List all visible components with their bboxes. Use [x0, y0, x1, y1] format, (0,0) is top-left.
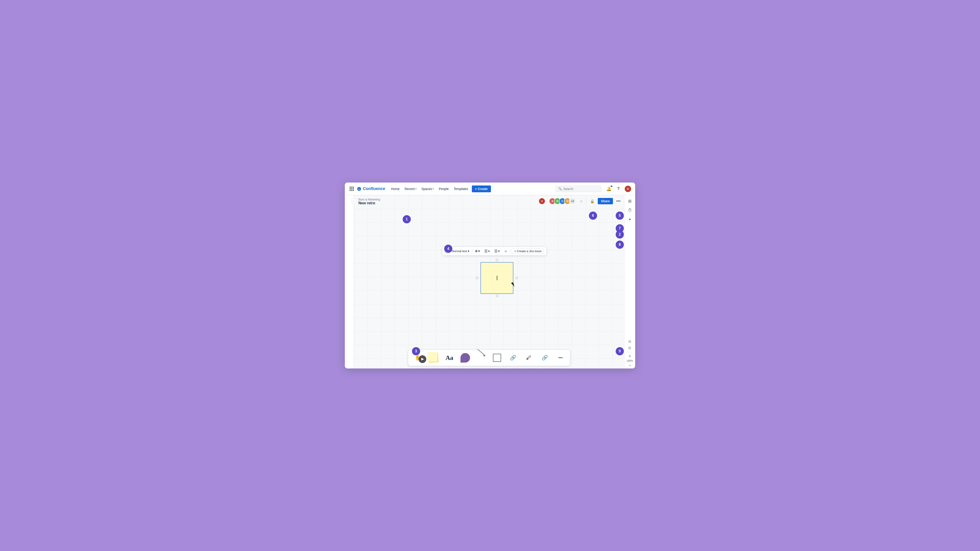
frame-icon	[493, 354, 501, 362]
resize-handle-left[interactable]	[476, 277, 478, 279]
bold-button[interactable]: B ▾	[474, 249, 481, 254]
navbar: Confluence Home Recent ▾ Spaces ▾ People…	[345, 183, 635, 195]
fit-frame-button[interactable]: ⊡	[627, 338, 633, 345]
divider	[627, 352, 632, 352]
link-tool[interactable]: 🔗	[537, 350, 553, 365]
sticky-note[interactable]	[480, 262, 513, 294]
align-button[interactable]: ☰ ▾	[493, 248, 501, 254]
search-icon: 🔍	[558, 187, 562, 191]
link-icon: 🔗	[542, 355, 548, 361]
main-content: › U A B C D +3 ☆ 🔒 Share •	[345, 195, 635, 368]
search-input[interactable]	[563, 187, 599, 191]
nav-right: 🔔 ? U	[605, 185, 632, 192]
table-panel-button[interactable]: ⊞	[626, 197, 634, 205]
lock-button[interactable]: 🔒	[589, 197, 596, 205]
shape-tool[interactable]	[457, 350, 473, 365]
zoom-in-button[interactable]: +	[627, 353, 633, 359]
smartlink-tool[interactable]: 🔗	[505, 350, 521, 365]
user-avatar[interactable]: U	[624, 185, 632, 192]
canvas-area[interactable]: U A B C D +3 ☆ 🔒 Share ••• Banc.ly Marke…	[354, 195, 624, 368]
resize-handle-top[interactable]	[496, 259, 498, 261]
zoom-out-button[interactable]: −	[627, 362, 633, 368]
color-swatch[interactable]	[445, 249, 449, 254]
sticky-note-icon	[428, 352, 439, 364]
more-tools-button[interactable]: •••	[553, 350, 568, 365]
divider	[587, 198, 587, 204]
separator-2	[510, 249, 511, 254]
logo-text: Confluence	[363, 186, 385, 191]
text-cursor	[497, 276, 497, 280]
breadcrumb-parent: Banc.ly Marketing	[358, 198, 380, 201]
resize-handle-right[interactable]	[515, 277, 518, 279]
list-button[interactable]: ☰ ▾	[483, 248, 492, 254]
nav-templates[interactable]: Templates	[452, 186, 471, 192]
bottom-toolbar: ✋ Aa	[408, 350, 570, 366]
help-button[interactable]: ?	[615, 185, 622, 192]
more-icon: •••	[558, 356, 563, 360]
create-button[interactable]: + Create	[472, 186, 491, 192]
app-window: Confluence Home Recent ▾ Spaces ▾ People…	[345, 183, 635, 368]
list-chevron: ▾	[488, 249, 490, 253]
sidebar: ›	[345, 195, 354, 368]
stamp-tool[interactable]: 🖊	[521, 350, 537, 365]
nav-spaces[interactable]: Spaces ▾	[419, 186, 436, 192]
search-box[interactable]: 🔍	[556, 186, 601, 192]
shape-icon	[460, 353, 470, 362]
more-options-button[interactable]: •••	[615, 197, 622, 205]
zoom-selection-button[interactable]: ⊡	[627, 345, 633, 351]
notification-bell-button[interactable]: 🔔	[605, 185, 612, 192]
spaces-chevron: ▾	[433, 187, 434, 190]
star-button[interactable]: ☆	[578, 197, 585, 205]
zoom-level-display: 100%	[627, 359, 633, 362]
right-panel: ⊞ ⏱ ✦ ⊡ ⊡ + 100% −	[624, 195, 635, 368]
avatar-stack: A B C D +3	[549, 198, 576, 205]
logo[interactable]: Confluence	[356, 186, 385, 191]
star-panel-button[interactable]: ✦	[626, 215, 634, 223]
nav-home[interactable]: Home	[389, 186, 402, 192]
breadcrumb-title: New retro	[358, 201, 380, 205]
text-icon: Aa	[445, 354, 453, 361]
grid-icon[interactable]	[348, 186, 355, 192]
text-tool[interactable]: Aa	[441, 350, 457, 365]
emoji-button[interactable]: ☺	[503, 249, 509, 254]
line-tool[interactable]	[473, 350, 489, 365]
line-icon	[476, 353, 486, 363]
share-button[interactable]: Share	[598, 198, 613, 204]
canvas-header-right: U A B C D +3 ☆ 🔒 Share •••	[539, 197, 622, 205]
avatar-count: +3	[569, 198, 576, 205]
sticky-note-tool[interactable]	[426, 350, 441, 365]
recent-chevron: ▾	[415, 187, 417, 190]
frame-tool[interactable]	[489, 350, 505, 365]
align-chevron: ▾	[498, 249, 500, 253]
nav-links: Home Recent ▾ Spaces ▾ People Templates …	[389, 186, 491, 192]
play-button[interactable]	[418, 355, 426, 363]
viewer-avatar: U	[539, 198, 545, 205]
smartlink-icon: 🔗	[510, 355, 516, 361]
sidebar-toggle[interactable]: ›	[351, 198, 356, 204]
clock-panel-button[interactable]: ⏱	[626, 206, 634, 214]
breadcrumb: Banc.ly Marketing New retro	[358, 198, 380, 205]
nav-people[interactable]: People	[436, 186, 451, 192]
text-style-chevron: ▾	[468, 249, 469, 253]
nav-recent[interactable]: Recent ▾	[402, 186, 418, 192]
resize-handle-bottom[interactable]	[496, 295, 498, 297]
zoom-section: ⊡ ⊡ + 100% −	[627, 338, 633, 368]
create-jira-button[interactable]: + Create a Jira issue	[512, 248, 544, 254]
text-style-selector[interactable]: Normal text ▾	[450, 249, 471, 254]
play-icon	[421, 358, 424, 360]
floating-toolbar: Normal text ▾ B ▾ ☰ ▾ ☰ ▾ ☺	[442, 247, 546, 255]
stamp-icon: 🖊	[526, 355, 531, 361]
bold-chevron: ▾	[478, 249, 480, 253]
